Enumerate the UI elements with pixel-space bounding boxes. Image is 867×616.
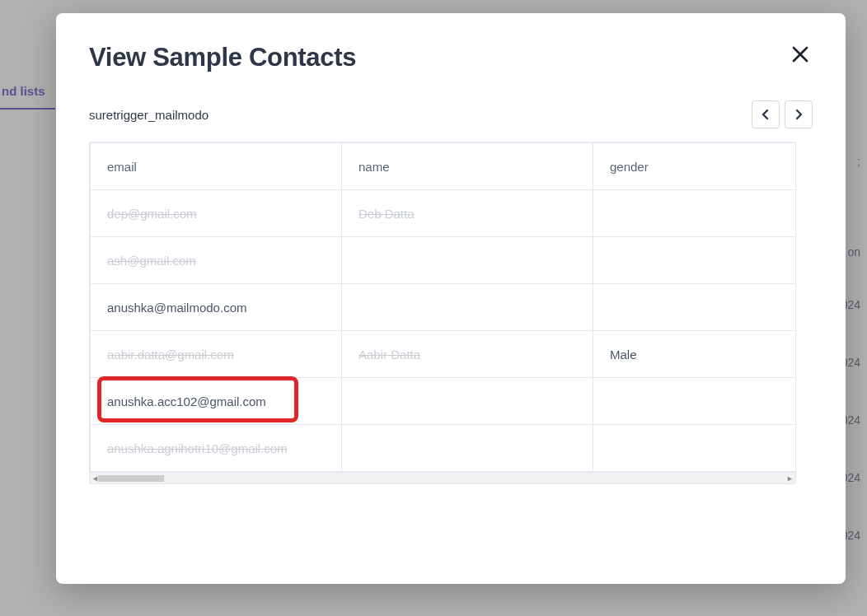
table-row: dep@gmail.comDeb Datta <box>91 190 796 237</box>
close-icon <box>791 45 809 63</box>
prev-button[interactable] <box>752 100 780 128</box>
modal-title: View Sample Contacts <box>89 43 356 72</box>
cell-email: anushka@mailmodo.com <box>91 284 342 331</box>
table-header-row: email name gender <box>91 143 796 190</box>
cell-gender <box>593 284 796 331</box>
cell-gender: Male <box>593 331 796 378</box>
cell-email: ash@gmail.com <box>91 237 342 284</box>
cell-name: Aabir Datta <box>342 331 593 378</box>
table-row: ash@gmail.com <box>91 237 796 284</box>
chevron-left-icon <box>762 109 770 120</box>
contacts-table-wrapper: email name gender dep@gmail.comDeb Datta… <box>89 142 796 484</box>
cell-email: dep@gmail.com <box>91 190 342 237</box>
scrollbar-arrow-right-icon: ► <box>786 474 794 483</box>
contacts-table-scroll[interactable]: email name gender dep@gmail.comDeb Datta… <box>90 142 795 483</box>
cell-name: Deb Datta <box>342 190 593 237</box>
table-row: aabir.datta@gmail.comAabir DattaMale <box>91 331 796 378</box>
table-row: anushka.agnihotri10@gmail.com <box>91 425 796 472</box>
cell-name <box>342 237 593 284</box>
modal-header: View Sample Contacts <box>89 43 813 72</box>
cell-gender <box>593 425 796 472</box>
cell-name <box>342 425 593 472</box>
cell-email: aabir.datta@gmail.com <box>91 331 342 378</box>
cell-gender <box>593 190 796 237</box>
scrollbar-thumb[interactable] <box>98 475 164 482</box>
column-header-gender: gender <box>593 143 796 190</box>
list-name-label: suretrigger_mailmodo <box>89 108 209 122</box>
cell-gender <box>593 378 796 425</box>
horizontal-scrollbar[interactable]: ◄ ► <box>90 472 795 483</box>
next-button[interactable] <box>785 100 813 128</box>
modal-subheader: suretrigger_mailmodo <box>89 100 813 128</box>
view-sample-contacts-modal: View Sample Contacts suretrigger_mailmod… <box>56 13 846 584</box>
close-button[interactable] <box>788 43 813 69</box>
cell-name <box>342 284 593 331</box>
column-header-email: email <box>91 143 342 190</box>
cell-email: anushka.agnihotri10@gmail.com <box>91 425 342 472</box>
cell-gender <box>593 237 796 284</box>
cell-email: anushka.acc102@gmail.com <box>91 378 342 425</box>
chevron-right-icon <box>794 109 803 120</box>
table-row: anushka@mailmodo.com <box>91 284 796 331</box>
cell-name <box>342 378 593 425</box>
pagination-nav <box>752 100 813 128</box>
table-row: anushka.acc102@gmail.com <box>91 378 796 425</box>
column-header-name: name <box>342 143 593 190</box>
contacts-table: email name gender dep@gmail.comDeb Datta… <box>90 142 795 472</box>
